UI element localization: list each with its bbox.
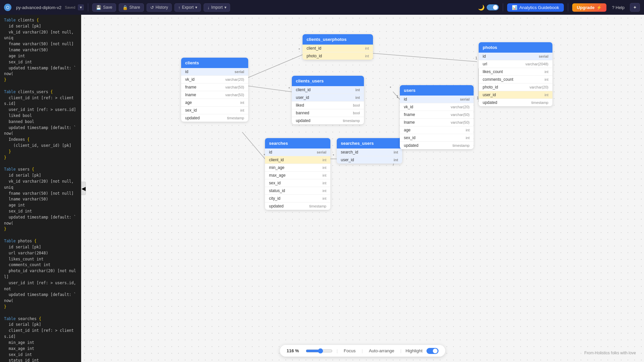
focus-button[interactable]: Focus [342, 348, 358, 354]
field-users-sexid: sex_id int [400, 134, 474, 142]
field-cu-clientid: client_id int [292, 86, 364, 94]
share-label: Share [129, 5, 140, 10]
field-clients-vkid: vk_id varchar(20) [181, 76, 248, 83]
separator-3 [568, 3, 568, 11]
separator-1 [88, 3, 88, 11]
project-dropdown-button[interactable]: ▾ [78, 4, 84, 10]
history-button[interactable]: ↺ History [147, 3, 172, 12]
field-su-searchid: search_id int [337, 148, 402, 156]
table-header-photos: photos [479, 42, 552, 53]
relationship-connectors: 1 * 1 * 1 1 * * 1 1 * 1 * * [81, 15, 644, 362]
export-button[interactable]: ↑ Export ▾ [174, 3, 201, 12]
table-searches[interactable]: searches id serial client_id int min_age… [265, 138, 330, 210]
field-clients-sexid: sex_id int [181, 107, 248, 114]
toggle-thumb [493, 5, 498, 10]
svg-line-14 [242, 132, 265, 159]
field-users-fname: fname varchar(50) [400, 111, 474, 119]
field-cu-banned: banned bool [292, 109, 364, 117]
svg-line-3 [373, 53, 477, 62]
field-client-id: client_id int [303, 45, 373, 52]
import-label: Import [211, 5, 223, 10]
field-cu-liked: liked bool [292, 102, 364, 109]
field-searches-updated: updated timestamp [265, 202, 330, 210]
table-clients[interactable]: clients id serial vk_id varchar(20) fnam… [181, 58, 248, 122]
saved-badge: Saved [65, 5, 75, 9]
table-clients-userphotos[interactable]: clients_userphotos client_id int photo_i… [303, 34, 373, 60]
field-searches-cityid: city_id int [265, 195, 330, 202]
svg-line-10 [393, 92, 400, 100]
project-name: py-advanced-diplom-v2 [16, 5, 61, 10]
field-users-vkid: vk_id varchar(20) [400, 103, 474, 111]
import-button[interactable]: ↓ Import ▾ [204, 3, 230, 12]
field-photos-commentscount: comments_count int [479, 76, 552, 83]
help-button[interactable]: ? Help [609, 4, 627, 11]
dark-mode-toggle[interactable]: 🌙 [478, 4, 499, 11]
share-button[interactable]: 🔒 Share [119, 3, 144, 12]
export-icon: ↑ [178, 5, 180, 10]
auto-arrange-button[interactable]: Auto-arrange [367, 348, 396, 354]
app-logo: ⬡ [4, 4, 11, 11]
field-users-age: age int [400, 126, 474, 134]
upgrade-button[interactable]: Upgrade ⚡ [572, 3, 607, 12]
table-photos[interactable]: photos id serial url varchar(2048) likes… [479, 42, 552, 106]
field-cu-updated: updated timestamp [292, 117, 364, 124]
field-photos-updated: updated timestamp [479, 99, 552, 106]
analytics-icon: 📊 [512, 5, 517, 10]
table-header-clients-userphotos: clients_userphotos [303, 34, 373, 45]
svg-text:*: * [288, 86, 290, 90]
zoom-control-bar: 116 % | Focus | Auto-arrange | Highlight [280, 345, 445, 357]
save-button[interactable]: 💾 Save [92, 3, 116, 12]
toggle-track[interactable] [487, 4, 499, 10]
highlight-toggle[interactable] [427, 348, 439, 354]
analytics-guidebook-button[interactable]: 📊 Analytics Guidebook [507, 3, 564, 12]
table-header-clients-users: clients_users [292, 76, 364, 86]
svg-text:1: 1 [396, 95, 398, 99]
field-searches-maxage: max_age int [265, 172, 330, 179]
table-users[interactable]: users id serial vk_id varchar(20) fname … [400, 85, 474, 149]
lightning-icon: ⚡ [596, 5, 602, 10]
table-clients-users[interactable]: clients_users client_id int user_id int … [292, 76, 364, 124]
svg-text:*: * [390, 86, 391, 90]
code-panel: Table clients { id serial [pk] vk_id var… [0, 15, 81, 362]
footer-credit: From Holistics folks with love [584, 351, 636, 355]
svg-text:*: * [333, 154, 334, 158]
highlight-toggle-thumb [433, 349, 438, 353]
field-users-updated: updated timestamp [400, 142, 474, 149]
moon-icon: 🌙 [478, 4, 485, 11]
save-icon: 💾 [96, 5, 101, 10]
field-photos-likescount: likes_count int [479, 68, 552, 76]
field-clients-lname: lname varchar(50) [181, 91, 248, 99]
field-clients-fname: fname varchar(50) [181, 83, 248, 91]
field-users-id: id serial [400, 96, 474, 103]
import-dropdown-icon: ▾ [224, 5, 226, 10]
import-icon: ↓ [207, 5, 210, 10]
field-users-lname: lname varchar(50) [400, 119, 474, 126]
table-header-users: users [400, 85, 474, 96]
field-photos-userid: user_id int [479, 91, 552, 99]
table-searches-users[interactable]: searches_users search_id int user_id int [337, 138, 402, 164]
field-cu-userid: user_id int [292, 94, 364, 102]
field-searches-clientid: client_id int [265, 156, 330, 164]
separator2: | [362, 348, 363, 353]
svg-text:1: 1 [475, 56, 477, 60]
svg-text:*: * [299, 48, 300, 52]
panel-collapse-handle[interactable]: ◀ [81, 182, 86, 195]
diagram-canvas[interactable]: ◀ 1 * 1 * 1 1 * * 1 1 * 1 [81, 15, 644, 362]
svg-line-6 [242, 85, 292, 92]
analytics-label: Analytics Guidebook [519, 5, 559, 10]
field-searches-id: id serial [265, 148, 330, 156]
field-photos-id: id serial [479, 53, 552, 60]
star-button[interactable]: ✦ [630, 3, 640, 12]
export-dropdown-icon: ▾ [195, 5, 197, 10]
main-area: Table clients { id serial [pk] vk_id var… [0, 15, 644, 362]
share-icon: 🔒 [122, 5, 128, 10]
code-content: Table clients { id serial [pk] vk_id var… [0, 15, 81, 362]
zoom-slider[interactable] [306, 348, 332, 354]
toolbar: ⬡ py-advanced-diplom-v2 Saved ▾ 💾 Save 🔒… [0, 0, 644, 15]
upgrade-label: Upgrade [577, 5, 595, 10]
field-photo-id: photo_id int [303, 52, 373, 60]
field-photos-photoid: photo_id varchar(20) [479, 83, 552, 91]
table-header-searches-users: searches_users [337, 138, 402, 148]
separator: | [336, 348, 337, 353]
question-icon: ? [612, 5, 614, 10]
